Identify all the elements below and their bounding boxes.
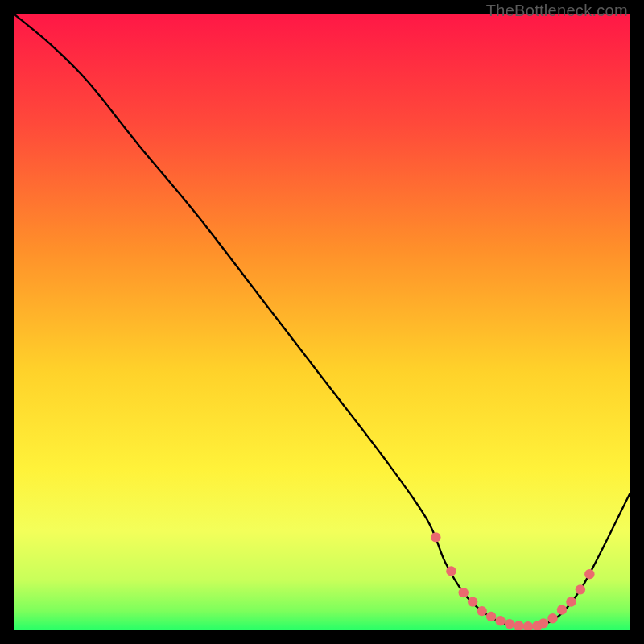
chart-frame: [14, 14, 630, 630]
data-marker: [523, 621, 533, 630]
data-marker: [477, 606, 486, 616]
data-marker: [446, 566, 456, 576]
data-marker: [547, 613, 557, 623]
data-marker: [566, 597, 576, 606]
data-marker: [431, 532, 440, 542]
attribution-text: TheBottleneck.com: [486, 2, 628, 20]
data-marker: [514, 621, 523, 630]
data-marker: [505, 619, 514, 629]
bottleneck-curve: [14, 14, 630, 626]
data-marker: [584, 569, 594, 579]
chart-plot: [14, 14, 630, 630]
data-marker: [459, 588, 469, 597]
data-marker: [557, 605, 567, 614]
data-marker: [495, 616, 505, 625]
data-marker: [539, 618, 548, 628]
data-marker: [468, 597, 477, 606]
data-marker: [486, 612, 496, 621]
data-marker: [576, 584, 585, 594]
